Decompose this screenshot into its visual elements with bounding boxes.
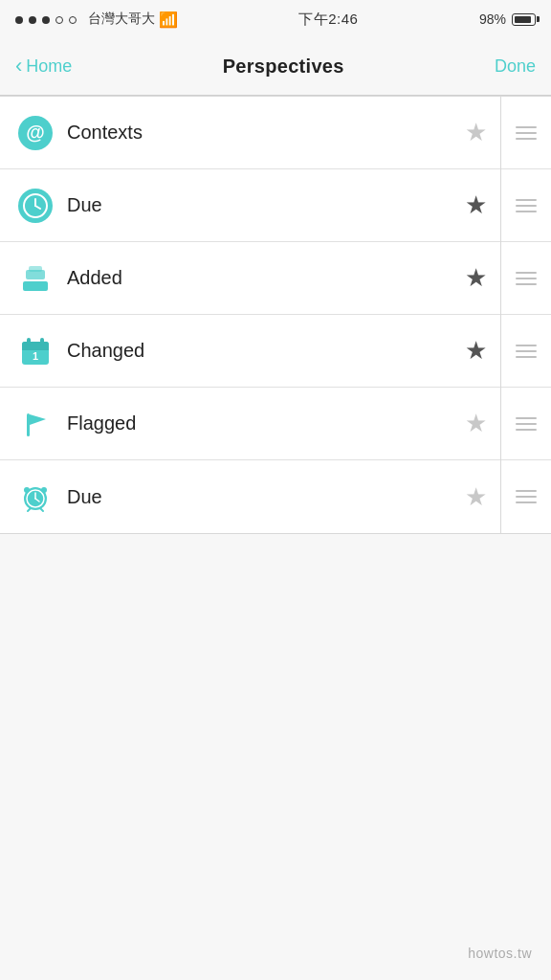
svg-line-23 (40, 508, 43, 511)
star-button[interactable]: ★ (451, 263, 500, 293)
star-button[interactable]: ★ (451, 482, 500, 512)
star-button[interactable]: ★ (451, 409, 500, 438)
drag-icon (516, 199, 537, 212)
item-label: Added (67, 267, 451, 289)
drag-icon (516, 417, 537, 431)
svg-rect-12 (27, 338, 31, 345)
battery-fill (515, 16, 531, 23)
star-icon: ★ (465, 482, 487, 512)
svg-point-20 (24, 487, 30, 493)
star-icon: ★ (465, 263, 487, 293)
svg-point-21 (41, 487, 47, 493)
star-button[interactable]: ★ (451, 190, 500, 220)
drag-icon (516, 126, 537, 140)
star-icon: ★ (465, 118, 487, 147)
star-button[interactable]: ★ (451, 336, 500, 366)
contexts-icon: @ (13, 111, 57, 155)
chevron-left-icon: ‹ (15, 56, 22, 77)
drag-icon (516, 272, 537, 285)
perspectives-list: @ Contexts ★ Due ★ (0, 96, 551, 534)
back-button[interactable]: ‹ Home (15, 56, 72, 77)
star-icon: ★ (465, 336, 487, 366)
battery-percent: 98% (479, 11, 506, 27)
nav-bar: ‹ Home Perspectives Done (0, 38, 551, 96)
drag-handle[interactable] (501, 345, 551, 358)
battery-icon (512, 13, 536, 26)
wifi-icon: 📶 (159, 11, 178, 29)
list-item: Due ★ (0, 460, 551, 533)
drag-icon (516, 345, 537, 358)
status-right: 98% (479, 11, 536, 27)
drag-handle[interactable] (501, 199, 551, 212)
page-title: Perspectives (223, 56, 344, 78)
status-bar: 台灣大哥大 📶 下午2:46 98% (0, 0, 551, 38)
svg-rect-13 (40, 338, 44, 345)
svg-rect-8 (29, 266, 42, 272)
item-label: Changed (67, 340, 451, 362)
footer-credit: howtos.tw (468, 946, 532, 961)
drag-icon (516, 490, 537, 503)
list-item: Flagged ★ (0, 388, 551, 460)
drag-handle[interactable] (501, 417, 551, 431)
list-item: Due ★ (0, 169, 551, 242)
status-left: 台灣大哥大 📶 (15, 11, 178, 29)
svg-rect-15 (27, 413, 30, 436)
list-item: Added ★ (0, 242, 551, 315)
carrier-label: 台灣大哥大 (88, 11, 155, 28)
time-display: 下午2:46 (298, 11, 358, 29)
item-label: Contexts (67, 122, 451, 144)
svg-text:1: 1 (33, 350, 38, 362)
item-label: Due (67, 194, 451, 216)
svg-rect-6 (23, 281, 48, 291)
item-label: Flagged (67, 412, 451, 434)
flagged-icon (13, 402, 57, 446)
svg-line-22 (28, 508, 31, 511)
due-clock-icon (13, 184, 57, 228)
drag-handle[interactable] (501, 126, 551, 140)
star-icon: ★ (465, 190, 487, 220)
star-icon: ★ (465, 409, 487, 438)
changed-icon: 1 (13, 329, 57, 373)
svg-text:@: @ (26, 122, 45, 143)
drag-handle[interactable] (501, 272, 551, 285)
done-button[interactable]: Done (495, 56, 536, 77)
due-alarm-icon (13, 475, 57, 519)
drag-handle[interactable] (501, 490, 551, 503)
back-label: Home (26, 56, 72, 77)
star-button[interactable]: ★ (451, 118, 500, 147)
list-item: 1 Changed ★ (0, 315, 551, 388)
list-item: @ Contexts ★ (0, 97, 551, 169)
signal-dots (15, 11, 78, 27)
added-icon (13, 256, 57, 301)
item-label: Due (67, 486, 451, 508)
